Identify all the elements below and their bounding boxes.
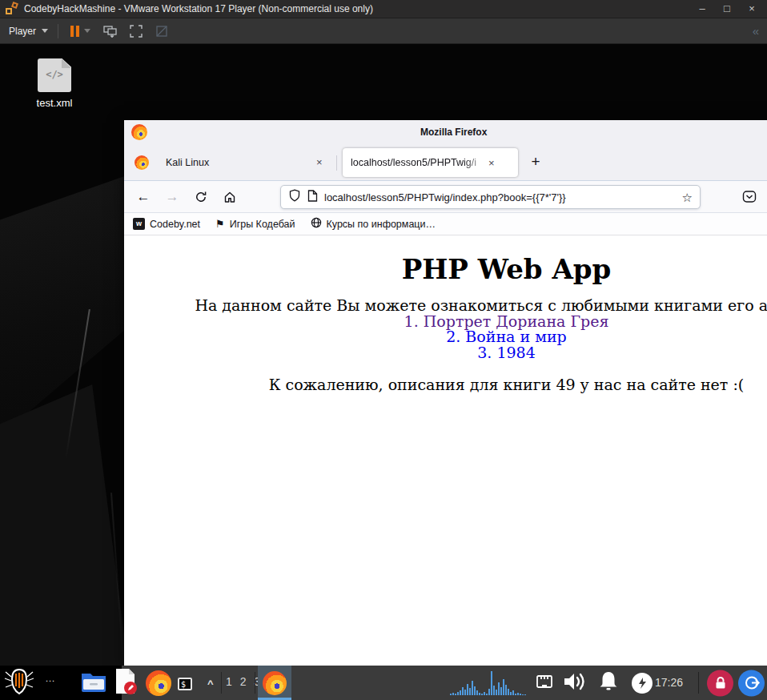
bookmarks-bar: w Codeby.net ⚑ Игры Кодебай Курсы по инф…	[124, 213, 767, 235]
home-button[interactable]	[220, 187, 239, 207]
firefox-task-button-active[interactable]	[258, 666, 291, 700]
url-bar[interactable]: ☆	[280, 185, 701, 209]
bookmark-star-icon[interactable]: ☆	[682, 191, 693, 203]
book-link-3[interactable]: 3. 1984	[124, 345, 767, 361]
vm-desktop: </> test.xml Mozilla Firefox Kali Linux …	[0, 44, 767, 666]
bookmark-courses[interactable]: Курсы по информаци…	[311, 217, 436, 231]
shield-icon[interactable]	[288, 189, 301, 205]
tab-bar: Kali Linux × localhost/lesson5/PHPTwig/i…	[124, 144, 767, 181]
forward-button: →	[163, 187, 182, 207]
bookmark-label: Codeby.net	[150, 219, 200, 230]
navigation-bar: ← → ☆	[124, 181, 767, 213]
network-tray-icon[interactable]	[535, 673, 554, 694]
toolbar-divider	[58, 24, 58, 38]
bookmark-label: Игры Кодебай	[230, 219, 295, 230]
suspend-vm-button[interactable]	[70, 26, 79, 37]
tab-title: localhost/lesson5/PHPTwig/i	[351, 157, 488, 168]
flag-icon: ⚑	[215, 219, 225, 229]
send-ctrl-alt-del-button[interactable]	[103, 25, 117, 38]
page-info-icon[interactable]	[307, 190, 318, 205]
globe-icon	[311, 217, 322, 231]
taskbar-divider	[221, 672, 222, 694]
tab-divider	[336, 155, 337, 171]
lock-screen-button[interactable]	[707, 670, 733, 696]
book-link-2[interactable]: 2. Война и мир	[124, 329, 767, 345]
firefox-icon	[263, 671, 287, 695]
web-page: PHP Web App На данном сайте Вы можете оз…	[124, 235, 767, 666]
fullscreen-button[interactable]	[130, 25, 143, 38]
firefox-window: Mozilla Firefox Kali Linux × localhost/l…	[124, 120, 767, 666]
power-manager-tray-icon[interactable]	[632, 673, 653, 694]
book-links: 1. Портрет Дориана Грея 2. Война и мир 3…	[124, 314, 767, 361]
url-input[interactable]	[324, 191, 676, 203]
unity-mode-button-disabled	[155, 25, 168, 38]
tab-close-icon[interactable]: ×	[488, 157, 495, 169]
vmware-window-title: CodebyHackMashine - VMware Workstation 1…	[24, 3, 373, 14]
vmware-titlebar: CodebyHackMashine - VMware Workstation 1…	[0, 0, 767, 18]
wallpaper-facet	[0, 384, 128, 666]
page-intro-text: На данном сайте Вы можете ознакомиться с…	[124, 298, 767, 314]
text-editor-button[interactable]	[113, 668, 139, 698]
page-title: PHP Web App	[124, 253, 767, 285]
notifications-tray-icon[interactable]	[596, 670, 620, 697]
maximize-button[interactable]: □	[718, 0, 736, 18]
toolbar-collapse-button[interactable]: «	[753, 24, 767, 38]
new-tab-button[interactable]: +	[524, 151, 547, 174]
desktop-icon-label: test.xml	[22, 97, 86, 109]
xml-file-icon: </>	[38, 58, 71, 92]
pocket-save-icon[interactable]	[742, 190, 757, 207]
reload-button[interactable]	[191, 187, 211, 207]
tab-kali-linux[interactable]: Kali Linux ×	[124, 144, 336, 181]
minimize-button[interactable]: –	[693, 0, 711, 18]
player-menu-label: Player	[9, 26, 36, 37]
tab-localhost-active[interactable]: localhost/lesson5/PHPTwig/i ×	[343, 148, 518, 177]
taskbar: ... $_ ^ 1 2 3 4	[0, 666, 767, 700]
kali-menu-button[interactable]	[2, 667, 36, 699]
clock[interactable]: 17:26	[655, 676, 683, 689]
network-graph	[450, 668, 528, 698]
code-glyph: </>	[38, 69, 71, 80]
vmware-window: CodebyHackMashine - VMware Workstation 1…	[0, 0, 767, 700]
taskbar-divider	[255, 672, 255, 694]
logout-button[interactable]	[738, 670, 765, 696]
bookmark-games[interactable]: ⚑ Игры Кодебай	[215, 219, 295, 230]
vmware-logo-icon	[5, 2, 18, 15]
firefox-titlebar[interactable]: Mozilla Firefox	[124, 120, 767, 144]
volume-tray-icon[interactable]	[562, 670, 588, 697]
terminal-launcher-button[interactable]: $_	[178, 676, 192, 690]
firefox-logo-icon	[131, 124, 147, 140]
file-manager-button[interactable]	[80, 670, 107, 696]
vmware-toolbar: Player «	[0, 18, 767, 44]
desktop-icon-test-xml[interactable]: </> test.xml	[22, 58, 86, 109]
tab-title: Kali Linux	[166, 157, 209, 168]
panel-expand-button[interactable]: ^	[207, 677, 214, 689]
close-button[interactable]: ×	[743, 0, 761, 18]
terminal-icon: $_	[178, 678, 192, 690]
suspend-options-chevron-icon[interactable]	[84, 29, 90, 33]
back-button[interactable]: ←	[134, 187, 153, 207]
codeby-icon: w	[133, 218, 145, 230]
firefox-launcher-button[interactable]	[146, 670, 171, 696]
tab-close-icon[interactable]: ×	[316, 156, 323, 168]
tab-favicon	[135, 155, 149, 170]
page-message-text: К сожалению, описания для книги 49 у нас…	[124, 376, 767, 393]
bookmark-codeby[interactable]: w Codeby.net	[133, 218, 200, 230]
player-menu-button[interactable]: Player	[0, 18, 58, 43]
taskbar-divider	[698, 672, 699, 694]
firefox-window-title: Mozilla Firefox	[420, 127, 487, 138]
chevron-down-icon	[42, 29, 48, 33]
bookmark-label: Курсы по информаци…	[327, 219, 436, 230]
